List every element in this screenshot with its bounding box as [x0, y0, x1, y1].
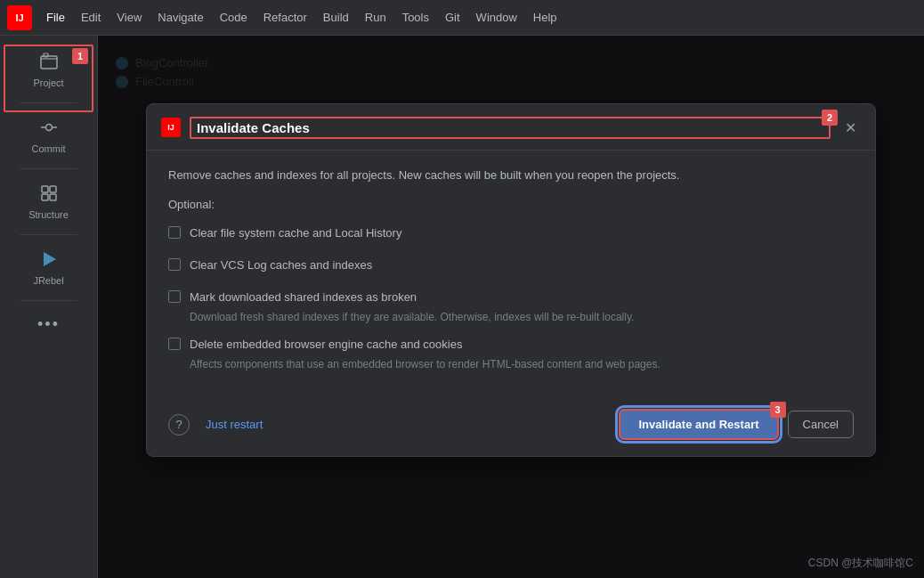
menu-navigate[interactable]: Navigate	[150, 7, 210, 28]
menu-tools[interactable]: Tools	[395, 7, 436, 28]
sidebar-item-jrebel[interactable]: JRebel	[0, 242, 97, 293]
checkbox-mark-broken: Mark downloaded shared indexes as broken	[168, 286, 854, 309]
structure-icon	[39, 183, 59, 206]
dialog-close-button[interactable]: ✕	[839, 117, 861, 138]
svg-rect-5	[42, 186, 48, 192]
watermark: CSDN @技术咖啡馆C	[808, 556, 913, 571]
dialog-footer: ? Just restart Invalidate and Restart 3 …	[147, 396, 875, 456]
menu-bar: IJ File Edit View Navigate Code Refactor…	[0, 0, 924, 36]
svg-point-2	[45, 125, 52, 131]
main-layout: Project 1 Commit	[0, 36, 924, 578]
invalidate-caches-dialog: IJ Invalidate Caches 2 ✕ Remove caches a…	[146, 103, 876, 458]
menu-edit[interactable]: Edit	[74, 7, 108, 28]
annotation-2: 2	[822, 110, 838, 126]
just-restart-button[interactable]: Just restart	[199, 414, 270, 435]
sidebar-item-project-label: Project	[33, 77, 63, 88]
checkbox-mark-broken-desc: Download fresh shared indexes if they ar…	[190, 310, 854, 325]
sidebar-divider-2	[20, 168, 77, 169]
checkbox-clear-vcs: Clear VCS Log caches and indexes	[168, 254, 854, 277]
checkbox-clear-fs-label: Clear file system cache and Local Histor…	[190, 225, 401, 241]
checkbox-delete-browser-input[interactable]	[168, 338, 181, 350]
commit-icon	[39, 118, 59, 140]
dialog-header: IJ Invalidate Caches 2 ✕	[147, 104, 875, 151]
menu-file[interactable]: File	[39, 7, 72, 28]
sidebar: Project 1 Commit	[0, 36, 98, 578]
checkbox-mark-broken-label: Mark downloaded shared indexes as broken	[190, 289, 417, 305]
svg-rect-6	[50, 186, 56, 192]
checkbox-mark-broken-input[interactable]	[168, 290, 181, 303]
menu-code[interactable]: Code	[213, 7, 255, 28]
sidebar-item-structure[interactable]: Structure	[0, 176, 97, 227]
checkbox-delete-browser: Delete embedded browser engine cache and…	[168, 333, 854, 356]
content-area: BlogController FileControll IJ Invalidat…	[98, 36, 924, 578]
annotation-1: 1	[72, 48, 88, 64]
menu-build[interactable]: Build	[316, 7, 356, 28]
checkbox-delete-browser-desc: Affects components that use an embedded …	[190, 357, 854, 372]
dialog-overlay: IJ Invalidate Caches 2 ✕ Remove caches a…	[98, 36, 924, 578]
sidebar-item-commit-label: Commit	[32, 143, 66, 154]
checkbox-clear-vcs-input[interactable]	[168, 258, 181, 271]
jrebel-icon	[39, 249, 59, 272]
checkbox-clear-vcs-label: Clear VCS Log caches and indexes	[190, 257, 372, 273]
project-icon	[39, 52, 59, 74]
svg-rect-8	[50, 194, 56, 200]
dialog-description: Remove caches and indexes for all projec…	[168, 167, 854, 184]
annotation-3: 3	[770, 402, 786, 418]
svg-rect-7	[42, 194, 48, 200]
sidebar-divider-3	[20, 234, 77, 235]
sidebar-item-commit[interactable]: Commit	[0, 110, 97, 161]
menu-run[interactable]: Run	[358, 7, 393, 28]
sidebar-divider-4	[20, 300, 77, 301]
cancel-button[interactable]: Cancel	[788, 411, 854, 438]
svg-rect-0	[41, 56, 57, 69]
sidebar-divider-1	[20, 102, 77, 103]
app-logo: IJ	[7, 5, 32, 30]
checkbox-clear-fs-input[interactable]	[168, 226, 181, 239]
sidebar-more[interactable]: •••	[30, 308, 67, 341]
help-button[interactable]: ?	[168, 414, 190, 436]
checkbox-clear-fs: Clear file system cache and Local Histor…	[168, 222, 854, 245]
svg-rect-1	[44, 53, 48, 57]
sidebar-item-structure-label: Structure	[28, 209, 69, 220]
dialog-title: Invalidate Caches	[190, 117, 831, 139]
invalidate-restart-button[interactable]: Invalidate and Restart	[619, 409, 778, 440]
svg-marker-9	[44, 252, 56, 266]
dialog-app-logo: IJ	[161, 118, 181, 137]
menu-window[interactable]: Window	[469, 7, 524, 28]
checkbox-delete-browser-label: Delete embedded browser engine cache and…	[190, 337, 462, 353]
menu-refactor[interactable]: Refactor	[256, 7, 314, 28]
sidebar-item-jrebel-label: JRebel	[33, 275, 63, 286]
optional-label: Optional:	[168, 198, 854, 211]
menu-git[interactable]: Git	[438, 7, 467, 28]
dialog-body: Remove caches and indexes for all projec…	[147, 151, 875, 397]
menu-help[interactable]: Help	[526, 7, 564, 28]
menu-view[interactable]: View	[109, 7, 149, 28]
